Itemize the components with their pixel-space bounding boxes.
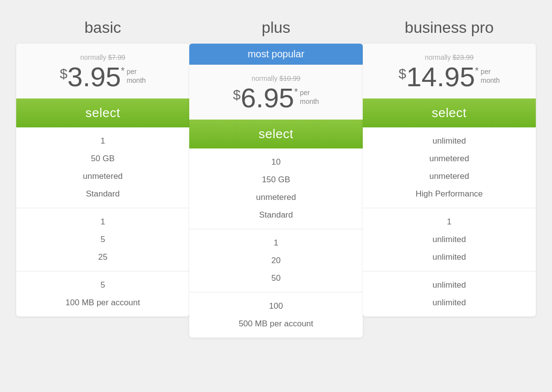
feature-row: 5: [16, 276, 189, 294]
feature-row: 150 GB: [189, 171, 362, 189]
price-row-plus: $6.95*permonth: [197, 84, 354, 112]
price-amount-plus: 6.95: [241, 84, 294, 112]
price-row-business-pro: $14.95*permonth: [371, 63, 528, 91]
price-asterisk-plus: *: [294, 86, 298, 98]
price-asterisk-business-pro: *: [475, 65, 479, 76]
feature-group-business-pro-0: unlimitedunmeteredunmeteredHigh Performa…: [363, 127, 536, 208]
feature-row: 500 MB per account: [189, 315, 362, 333]
feature-row: 100: [189, 297, 362, 315]
plan-name-basic: basic: [16, 10, 189, 44]
feature-row: High Performance: [363, 185, 536, 203]
feature-row: unlimited: [363, 276, 536, 294]
price-asterisk-basic: *: [121, 65, 125, 76]
plan-column-basic: basicnormally $7.99$3.95*permonthselect1…: [16, 10, 189, 317]
feature-row: 10: [189, 153, 362, 171]
feature-row: 5: [16, 231, 189, 248]
feature-group-business-pro-1: 1unlimitedunlimited: [363, 208, 536, 271]
price-amount-basic: 3.95: [68, 63, 121, 91]
feature-row: unmetered: [189, 189, 362, 206]
price-period-plus: permonth: [300, 88, 319, 106]
price-row-basic: $3.95*permonth: [24, 63, 181, 91]
normal-price-basic: normally $7.99: [24, 53, 181, 61]
feature-group-basic-1: 1525: [16, 208, 189, 271]
plan-column-business-pro: business pronormally $23.99$14.95*permon…: [363, 10, 536, 317]
feature-row: 50 GB: [16, 150, 189, 168]
feature-row: unlimited: [363, 248, 536, 266]
plan-card-plus: normally $10.99$6.95*permonthselect10150…: [189, 65, 362, 338]
price-section-business-pro: normally $23.99$14.95*permonth: [363, 44, 536, 98]
plan-name-business-pro: business pro: [363, 10, 536, 44]
feature-row: 1: [189, 234, 362, 252]
feature-row: unmetered: [363, 150, 536, 168]
feature-row: 1: [16, 213, 189, 231]
plan-card-business-pro: normally $23.99$14.95*permonthselectunli…: [363, 44, 536, 317]
feature-row: unlimited: [363, 231, 536, 248]
feature-row: 20: [189, 252, 362, 270]
feature-row: Standard: [16, 185, 189, 203]
features-section-basic: 150 GBunmeteredStandard15255100 MB per a…: [16, 127, 189, 317]
price-dollar-basic: $: [60, 66, 68, 82]
feature-row: unmetered: [16, 168, 189, 185]
price-section-plus: normally $10.99$6.95*permonth: [189, 65, 362, 120]
feature-row: unlimited: [363, 132, 536, 150]
price-amount-business-pro: 14.95: [406, 63, 475, 91]
features-section-plus: 10150 GBunmeteredStandard12050100500 MB …: [189, 148, 362, 338]
select-button-basic[interactable]: select: [16, 98, 189, 127]
plan-card-basic: normally $7.99$3.95*permonthselect150 GB…: [16, 44, 189, 317]
price-dollar-business-pro: $: [399, 66, 406, 82]
price-period-business-pro: permonth: [481, 67, 500, 85]
normal-price-plus: normally $10.99: [197, 74, 354, 82]
feature-row: unlimited: [363, 294, 536, 312]
price-section-basic: normally $7.99$3.95*permonth: [16, 44, 189, 98]
feature-group-basic-0: 150 GBunmeteredStandard: [16, 127, 189, 208]
feature-group-plus-2: 100500 MB per account: [189, 293, 362, 338]
pricing-table: basicnormally $7.99$3.95*permonthselect1…: [16, 10, 536, 338]
select-button-business-pro[interactable]: select: [363, 98, 536, 127]
most-popular-badge: most popular: [189, 44, 362, 65]
feature-row: Standard: [189, 206, 362, 224]
feature-row: 100 MB per account: [16, 294, 189, 312]
feature-group-business-pro-2: unlimitedunlimited: [363, 271, 536, 317]
features-section-business-pro: unlimitedunmeteredunmeteredHigh Performa…: [363, 127, 536, 317]
price-dollar-plus: $: [233, 87, 241, 103]
feature-group-basic-2: 5100 MB per account: [16, 271, 189, 317]
select-button-plus[interactable]: select: [189, 120, 362, 148]
plan-column-plus: plusmost popularnormally $10.99$6.95*per…: [189, 10, 362, 338]
feature-group-plus-1: 12050: [189, 229, 362, 293]
feature-group-plus-0: 10150 GBunmeteredStandard: [189, 148, 362, 229]
price-period-basic: permonth: [126, 67, 146, 85]
feature-row: 50: [189, 270, 362, 287]
feature-row: 1: [16, 132, 189, 150]
plan-name-plus: plus: [189, 10, 362, 44]
normal-price-business-pro: normally $23.99: [371, 53, 528, 61]
feature-row: 1: [363, 213, 536, 231]
feature-row: 25: [16, 248, 189, 266]
feature-row: unmetered: [363, 168, 536, 185]
